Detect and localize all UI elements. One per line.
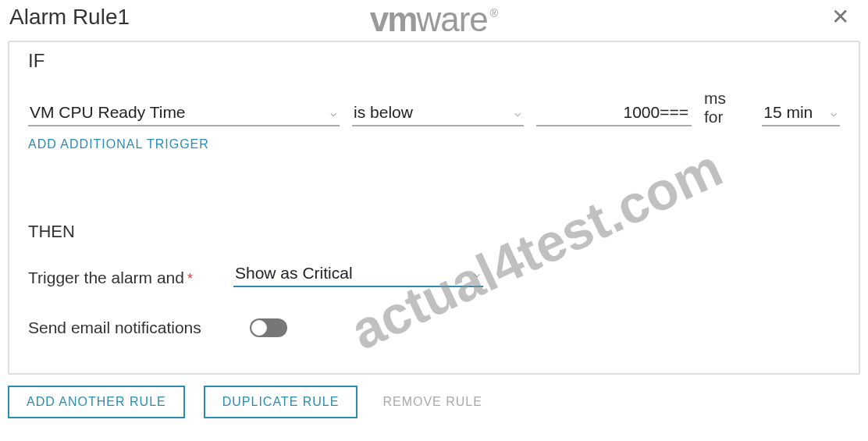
- condition-select[interactable]: is below ⌵: [352, 101, 523, 126]
- footer-actions: ADD ANOTHER RULE DUPLICATE RULE REMOVE R…: [0, 381, 868, 423]
- rule-panel: IF VM CPU Ready Time ⌵ is below ⌵ 1000==…: [8, 41, 860, 375]
- severity-select[interactable]: Show as Critical ⌵: [233, 262, 483, 287]
- chevron-down-icon: ⌵: [474, 267, 480, 279]
- remove-rule-button: REMOVE RULE: [376, 387, 488, 417]
- chevron-down-icon: ⌵: [831, 106, 837, 119]
- close-icon[interactable]: ✕: [825, 3, 856, 31]
- trigger-alarm-label: Trigger the alarm and*: [28, 269, 193, 287]
- unit-label: ms for: [704, 89, 749, 126]
- duration-value: 15 min: [763, 103, 813, 122]
- chevron-down-icon: ⌵: [514, 106, 521, 119]
- add-another-rule-button[interactable]: ADD ANOTHER RULE: [8, 386, 185, 418]
- trigger-row: VM CPU Ready Time ⌵ is below ⌵ 1000=== m…: [28, 89, 840, 126]
- metric-value: VM CPU Ready Time: [30, 103, 186, 122]
- if-label: IF: [28, 50, 840, 72]
- add-additional-trigger-link[interactable]: ADD ADDITIONAL TRIGGER: [28, 137, 840, 151]
- severity-value: Show as Critical: [235, 264, 353, 283]
- condition-value: is below: [354, 103, 413, 122]
- threshold-value: 1000===: [624, 103, 689, 122]
- duration-select[interactable]: 15 min ⌵: [762, 101, 840, 126]
- chevron-down-icon: ⌵: [330, 106, 336, 119]
- toggle-knob: [251, 320, 267, 336]
- threshold-input[interactable]: 1000===: [536, 101, 692, 126]
- page-title: Alarm Rule1: [9, 5, 130, 30]
- then-label: THEN: [28, 222, 840, 242]
- metric-select[interactable]: VM CPU Ready Time ⌵: [28, 101, 340, 126]
- email-notif-label: Send email notifications: [28, 318, 201, 337]
- duplicate-rule-button[interactable]: DUPLICATE RULE: [204, 386, 358, 418]
- email-notif-toggle[interactable]: [250, 318, 287, 337]
